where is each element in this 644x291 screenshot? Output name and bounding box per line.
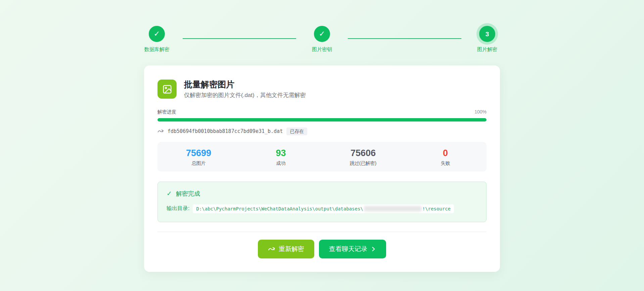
stepper-step-image-key: ✓ 图片密钥 — [306, 26, 338, 53]
stat-value: 0 — [404, 148, 487, 158]
step-label: 图片密钥 — [312, 46, 332, 53]
stat-value: 75606 — [322, 148, 404, 158]
action-buttons: 重新解密 查看聊天记录 — [157, 240, 487, 258]
squiggle-arrow-icon — [268, 246, 275, 252]
stats-panel: 75699 总图片 93 成功 75606 跳过(已解密) 0 失败 — [157, 142, 487, 171]
stat-value: 93 — [240, 148, 322, 158]
redecrypt-button[interactable]: 重新解密 — [258, 240, 314, 258]
stat-total-images: 75699 总图片 — [157, 148, 240, 166]
view-chat-button-label: 查看聊天记录 — [329, 245, 367, 253]
stat-skipped: 75606 跳过(已解密) — [322, 148, 404, 166]
step-number-indicator: 3 — [479, 26, 495, 42]
output-path-prefix: D:\abc\PycharmProjects\WeChatDataAnalysi… — [196, 206, 363, 211]
wizard-stepper: ✓ 数据库解密 ✓ 图片密钥 3 图片解密 — [141, 0, 503, 53]
chevron-right-icon — [371, 246, 376, 252]
step-label: 数据库解密 — [144, 46, 170, 53]
progress-section: 解密进度 100% — [157, 109, 487, 122]
page-subtitle: 仅解密加密的图片文件(.dat)，其他文件无需解密 — [184, 91, 306, 99]
card-header-text: 批量解密图片 仅解密加密的图片文件(.dat)，其他文件无需解密 — [184, 80, 306, 99]
stat-label: 总图片 — [157, 160, 240, 166]
stepper-connector — [183, 38, 296, 39]
redecrypt-button-label: 重新解密 — [279, 245, 304, 253]
view-chat-records-button[interactable]: 查看聊天记录 — [319, 240, 386, 258]
step-done-check-icon: ✓ — [149, 26, 165, 42]
progress-fill — [157, 118, 487, 122]
footer-divider — [157, 232, 487, 232]
card-header: 批量解密图片 仅解密加密的图片文件(.dat)，其他文件无需解密 — [157, 80, 487, 99]
stat-label: 失败 — [404, 160, 487, 166]
check-icon: ✓ — [167, 190, 172, 197]
squiggle-arrow-icon — [157, 129, 164, 134]
step-label: 图片解密 — [477, 46, 497, 53]
stepper-connector — [348, 38, 461, 39]
redacted-segment — [364, 206, 422, 211]
stepper-step-database-decrypt: ✓ 数据库解密 — [141, 26, 173, 53]
current-file-name: fdb50694fb0010bbab8187cc7bd09e31_b.dat — [168, 128, 283, 134]
batch-decrypt-card: 批量解密图片 仅解密加密的图片文件(.dat)，其他文件无需解密 解密进度 10… — [144, 65, 500, 272]
image-icon — [157, 80, 177, 99]
stat-success: 93 成功 — [240, 148, 322, 166]
stat-failed: 0 失败 — [404, 148, 487, 166]
step-done-check-icon: ✓ — [314, 26, 330, 42]
stat-label: 跳过(已解密) — [322, 160, 404, 166]
stat-value: 75699 — [157, 148, 240, 158]
output-dir-path: D:\abc\PycharmProjects\WeChatDataAnalysi… — [193, 204, 454, 213]
stepper-step-image-decrypt: 3 图片解密 — [471, 26, 503, 53]
progress-bar — [157, 118, 487, 122]
output-path-suffix: !\resource — [422, 206, 451, 211]
decrypt-complete-text: 解密完成 — [176, 190, 200, 198]
output-dir-label: 输出目录: — [167, 205, 189, 212]
page-title: 批量解密图片 — [184, 80, 306, 89]
stat-label: 成功 — [240, 160, 322, 166]
progress-label: 解密进度 — [157, 109, 176, 115]
decrypt-complete-panel: ✓ 解密完成 输出目录: D:\abc\PycharmProjects\WeCh… — [157, 182, 487, 222]
progress-percent: 100% — [474, 109, 487, 114]
current-file-row: fdb50694fb0010bbab8187cc7bd09e31_b.dat 已… — [157, 128, 487, 135]
file-exists-badge: 已存在 — [286, 128, 307, 135]
